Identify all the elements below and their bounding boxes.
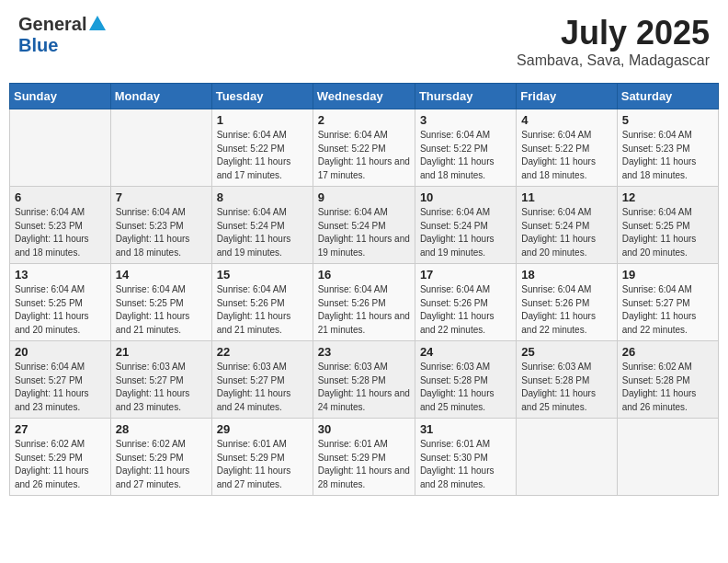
day-detail: Sunrise: 6:04 AM Sunset: 5:25 PM Dayligh… [15, 283, 106, 337]
day-detail: Sunrise: 6:04 AM Sunset: 5:22 PM Dayligh… [318, 129, 410, 182]
day-detail: Sunrise: 6:04 AM Sunset: 5:27 PM Dayligh… [15, 361, 106, 414]
calendar-cell: 31Sunrise: 6:01 AM Sunset: 5:30 PM Dayli… [415, 419, 516, 496]
day-detail: Sunrise: 6:04 AM Sunset: 5:24 PM Dayligh… [217, 206, 308, 259]
page-header: General Blue July 2025 Sambava, Sava, Ma… [9, 9, 719, 74]
calendar-cell [517, 419, 617, 496]
logo-triangle-icon [89, 16, 106, 34]
day-detail: Sunrise: 6:04 AM Sunset: 5:25 PM Dayligh… [622, 206, 713, 259]
calendar-cell: 25Sunrise: 6:03 AM Sunset: 5:28 PM Dayli… [517, 341, 617, 419]
calendar-cell: 29Sunrise: 6:01 AM Sunset: 5:29 PM Dayli… [211, 419, 313, 496]
day-number: 8 [217, 190, 308, 204]
calendar-cell: 6Sunrise: 6:04 AM Sunset: 5:23 PM Daylig… [10, 187, 111, 264]
day-number: 24 [420, 345, 511, 359]
day-number: 31 [420, 422, 511, 436]
day-number: 19 [622, 268, 713, 282]
day-detail: Sunrise: 6:04 AM Sunset: 5:23 PM Dayligh… [622, 129, 713, 182]
day-number: 23 [318, 345, 410, 359]
day-number: 12 [622, 190, 713, 204]
day-number: 5 [622, 113, 713, 127]
calendar-week-row: 20Sunrise: 6:04 AM Sunset: 5:27 PM Dayli… [10, 341, 719, 419]
location: Sambava, Sava, Madagascar [517, 52, 710, 69]
day-number: 17 [420, 268, 511, 282]
day-number: 27 [15, 422, 106, 436]
calendar-header-friday: Friday [517, 84, 617, 109]
calendar-week-row: 13Sunrise: 6:04 AM Sunset: 5:25 PM Dayli… [10, 264, 719, 341]
calendar-cell: 22Sunrise: 6:03 AM Sunset: 5:27 PM Dayli… [211, 341, 313, 419]
calendar-cell: 11Sunrise: 6:04 AM Sunset: 5:24 PM Dayli… [517, 187, 617, 264]
day-number: 6 [15, 190, 106, 204]
calendar-cell: 8Sunrise: 6:04 AM Sunset: 5:24 PM Daylig… [211, 187, 313, 264]
day-detail: Sunrise: 6:03 AM Sunset: 5:28 PM Dayligh… [521, 361, 611, 414]
calendar-cell: 26Sunrise: 6:02 AM Sunset: 5:28 PM Dayli… [617, 341, 718, 419]
day-detail: Sunrise: 6:04 AM Sunset: 5:22 PM Dayligh… [420, 129, 511, 182]
day-number: 2 [318, 113, 410, 127]
logo-general-text: General [18, 14, 86, 35]
day-detail: Sunrise: 6:04 AM Sunset: 5:24 PM Dayligh… [521, 206, 611, 259]
day-number: 13 [15, 268, 106, 282]
day-detail: Sunrise: 6:03 AM Sunset: 5:28 PM Dayligh… [318, 361, 410, 414]
calendar-header-thursday: Thursday [415, 84, 516, 109]
calendar-header-sunday: Sunday [10, 84, 111, 109]
day-detail: Sunrise: 6:04 AM Sunset: 5:22 PM Dayligh… [217, 129, 308, 182]
svg-marker-0 [89, 16, 106, 30]
calendar-cell: 16Sunrise: 6:04 AM Sunset: 5:26 PM Dayli… [313, 264, 415, 341]
day-detail: Sunrise: 6:03 AM Sunset: 5:27 PM Dayligh… [217, 361, 308, 414]
day-number: 15 [217, 268, 308, 282]
calendar-cell: 2Sunrise: 6:04 AM Sunset: 5:22 PM Daylig… [313, 109, 415, 187]
day-number: 4 [521, 113, 611, 127]
calendar-cell [10, 109, 111, 187]
calendar-header-monday: Monday [110, 84, 211, 109]
calendar-cell: 9Sunrise: 6:04 AM Sunset: 5:24 PM Daylig… [313, 187, 415, 264]
day-detail: Sunrise: 6:02 AM Sunset: 5:29 PM Dayligh… [116, 438, 207, 491]
calendar-cell: 27Sunrise: 6:02 AM Sunset: 5:29 PM Dayli… [10, 419, 111, 496]
calendar-header-row: SundayMondayTuesdayWednesdayThursdayFrid… [10, 84, 719, 109]
day-detail: Sunrise: 6:04 AM Sunset: 5:25 PM Dayligh… [116, 283, 207, 337]
day-detail: Sunrise: 6:03 AM Sunset: 5:27 PM Dayligh… [116, 361, 207, 414]
day-number: 20 [15, 345, 106, 359]
day-number: 30 [318, 422, 410, 436]
calendar-cell: 24Sunrise: 6:03 AM Sunset: 5:28 PM Dayli… [415, 341, 516, 419]
calendar-cell [617, 419, 718, 496]
calendar-week-row: 27Sunrise: 6:02 AM Sunset: 5:29 PM Dayli… [10, 419, 719, 496]
day-number: 9 [318, 190, 410, 204]
calendar-cell: 15Sunrise: 6:04 AM Sunset: 5:26 PM Dayli… [211, 264, 313, 341]
day-number: 1 [217, 113, 308, 127]
calendar-cell: 30Sunrise: 6:01 AM Sunset: 5:29 PM Dayli… [313, 419, 415, 496]
day-detail: Sunrise: 6:01 AM Sunset: 5:30 PM Dayligh… [420, 438, 511, 491]
day-number: 7 [116, 190, 207, 204]
day-number: 16 [318, 268, 410, 282]
calendar-cell: 23Sunrise: 6:03 AM Sunset: 5:28 PM Dayli… [313, 341, 415, 419]
calendar-table: SundayMondayTuesdayWednesdayThursdayFrid… [9, 83, 719, 496]
title-section: July 2025 Sambava, Sava, Madagascar [517, 14, 710, 69]
calendar-cell: 5Sunrise: 6:04 AM Sunset: 5:23 PM Daylig… [617, 109, 718, 187]
day-detail: Sunrise: 6:04 AM Sunset: 5:27 PM Dayligh… [622, 283, 713, 337]
day-detail: Sunrise: 6:02 AM Sunset: 5:29 PM Dayligh… [15, 438, 106, 491]
day-number: 21 [116, 345, 207, 359]
day-number: 22 [217, 345, 308, 359]
day-number: 3 [420, 113, 511, 127]
day-number: 28 [116, 422, 207, 436]
calendar-cell: 4Sunrise: 6:04 AM Sunset: 5:22 PM Daylig… [517, 109, 617, 187]
calendar-cell: 13Sunrise: 6:04 AM Sunset: 5:25 PM Dayli… [10, 264, 111, 341]
calendar-week-row: 6Sunrise: 6:04 AM Sunset: 5:23 PM Daylig… [10, 187, 719, 264]
calendar-header-saturday: Saturday [617, 84, 718, 109]
day-number: 14 [116, 268, 207, 282]
calendar-header-wednesday: Wednesday [313, 84, 415, 109]
calendar-cell: 21Sunrise: 6:03 AM Sunset: 5:27 PM Dayli… [110, 341, 211, 419]
day-detail: Sunrise: 6:01 AM Sunset: 5:29 PM Dayligh… [318, 438, 410, 491]
day-number: 26 [622, 345, 713, 359]
calendar-cell: 20Sunrise: 6:04 AM Sunset: 5:27 PM Dayli… [10, 341, 111, 419]
day-number: 10 [420, 190, 511, 204]
calendar-cell [110, 109, 211, 187]
calendar-cell: 17Sunrise: 6:04 AM Sunset: 5:26 PM Dayli… [415, 264, 516, 341]
day-detail: Sunrise: 6:02 AM Sunset: 5:28 PM Dayligh… [622, 361, 713, 414]
calendar-cell: 14Sunrise: 6:04 AM Sunset: 5:25 PM Dayli… [110, 264, 211, 341]
calendar-cell: 3Sunrise: 6:04 AM Sunset: 5:22 PM Daylig… [415, 109, 516, 187]
calendar-week-row: 1Sunrise: 6:04 AM Sunset: 5:22 PM Daylig… [10, 109, 719, 187]
calendar-cell: 18Sunrise: 6:04 AM Sunset: 5:26 PM Dayli… [517, 264, 617, 341]
month-title: July 2025 [517, 14, 710, 52]
day-detail: Sunrise: 6:04 AM Sunset: 5:24 PM Dayligh… [420, 206, 511, 259]
day-detail: Sunrise: 6:04 AM Sunset: 5:26 PM Dayligh… [217, 283, 308, 337]
calendar-header-tuesday: Tuesday [211, 84, 313, 109]
day-detail: Sunrise: 6:03 AM Sunset: 5:28 PM Dayligh… [420, 361, 511, 414]
